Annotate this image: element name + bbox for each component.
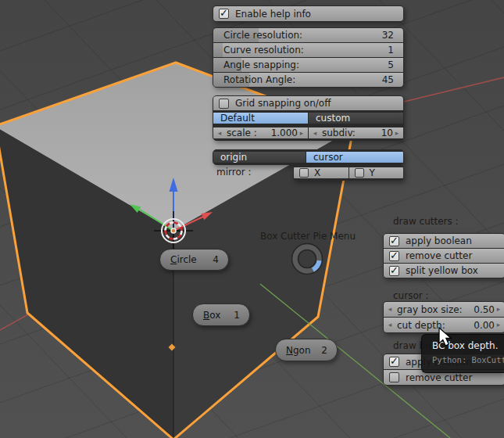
decrement-arrow-icon[interactable] — [386, 321, 394, 328]
grid-snapping-checkbox[interactable] — [219, 99, 229, 109]
curve-resolution-slider[interactable]: Curve resolution: 1 — [213, 43, 403, 57]
pie-menu-title: Box Cutter Pie Menu — [253, 231, 363, 242]
field-value: 1.000 — [271, 127, 298, 138]
pie-button-count: 2 — [321, 345, 327, 356]
tab-default[interactable]: Default — [213, 113, 308, 124]
draw-cutters-panel: apply boolean remove cutter split yellow… — [383, 233, 504, 278]
rotation-angle-slider[interactable]: Rotation Angle: 45 — [213, 73, 403, 87]
subdiv-field[interactable]: subdiv: 10 — [309, 127, 403, 138]
axis-label: X — [314, 167, 320, 178]
field-label: scale : — [227, 127, 257, 138]
mirror-y-checkbox[interactable] — [355, 168, 364, 178]
slider-value: 1 — [388, 45, 394, 56]
origin-toggle[interactable]: origin — [213, 152, 306, 163]
apply-boolean-checkbox[interactable] — [389, 236, 399, 246]
gray-box-size-field[interactable]: gray box size: 0.50 — [384, 302, 504, 317]
enable-help-info-toggle[interactable]: Enable help info — [213, 6, 403, 21]
option-label: remove cutter — [406, 250, 472, 261]
increment-arrow-icon[interactable] — [495, 321, 502, 328]
pie-button-count: 4 — [213, 254, 219, 265]
slider-value: 5 — [388, 59, 394, 70]
mouse-cursor-icon — [438, 327, 454, 349]
preset-tabs: Default custom — [213, 111, 403, 125]
field-value: 0.50 — [474, 304, 495, 315]
tooltip-python-line: Python: BoxCutte — [432, 355, 504, 364]
slider-value: 32 — [382, 30, 394, 41]
slider-value: 45 — [382, 74, 394, 85]
tab-custom[interactable]: custom — [309, 113, 403, 124]
pie-button-circle[interactable]: Circle 4 — [159, 249, 229, 271]
apply-boolean-checkbox-2[interactable] — [389, 357, 399, 367]
snapping-panel: Grid snapping on/off Default custom scal… — [213, 95, 404, 141]
toggle-label: cursor — [313, 152, 343, 163]
pie-button-label: Ngon — [286, 345, 321, 356]
grid-snapping-label: Grid snapping on/off — [235, 98, 331, 109]
slider-label: Curve resolution: — [223, 45, 304, 56]
option-label: remove cutter — [406, 372, 472, 383]
grid-snapping-toggle[interactable]: Grid snapping on/off — [213, 96, 403, 110]
cursor-heading: cursor : — [393, 290, 429, 301]
pie-button-count: 1 — [234, 310, 240, 321]
mirror-y-toggle[interactable]: Y — [349, 167, 404, 178]
slider-fill — [213, 43, 223, 57]
mirror-label: mirror : — [216, 167, 252, 178]
split-yellow-box-checkbox[interactable] — [389, 266, 399, 276]
increment-arrow-icon[interactable] — [495, 306, 502, 313]
mirror-x-toggle[interactable]: X — [294, 167, 349, 178]
origin-cursor-panel: origin cursor — [213, 149, 404, 165]
slider-label: Angle snapping: — [223, 59, 299, 70]
toggle-label: origin — [220, 152, 247, 163]
draw-cutters-heading: draw cutters : — [393, 216, 459, 227]
field-value: 0.00 — [474, 320, 495, 331]
split-yellow-box-toggle[interactable]: split yellow box — [384, 264, 504, 278]
slider-label: Rotation Angle: — [223, 74, 295, 85]
tab-label: custom — [316, 113, 350, 124]
decrement-arrow-icon[interactable] — [216, 130, 223, 137]
pie-button-label: Box — [203, 310, 234, 321]
tab-label: Default — [220, 113, 255, 124]
field-label: subdiv: — [322, 127, 356, 138]
enable-help-info-checkbox[interactable] — [219, 9, 229, 19]
option-label: apply boolean — [406, 235, 472, 246]
cursor-toggle[interactable]: cursor — [306, 152, 403, 163]
increment-arrow-icon[interactable] — [393, 130, 401, 137]
remove-cutter-checkbox-2[interactable] — [389, 372, 399, 382]
blender-3d-viewport[interactable]: Enable help info Circle resolution: 32 C… — [0, 0, 504, 438]
field-label: gray box size: — [397, 304, 463, 315]
apply-boolean-toggle[interactable]: apply boolean — [384, 234, 504, 248]
decrement-arrow-icon[interactable] — [386, 306, 394, 313]
field-value: 10 — [381, 127, 393, 138]
option-label: split yellow box — [406, 265, 478, 276]
enable-help-info-label: Enable help info — [235, 9, 311, 20]
mirror-x-checkbox[interactable] — [299, 168, 309, 178]
tooltip: BC box depth. Python: BoxCutte — [421, 334, 504, 373]
pie-button-label: Circle — [170, 254, 213, 265]
mirror-axis-panel: X Y — [293, 165, 404, 181]
snap-number-fields: scale : 1.000 subdiv: 10 — [213, 126, 403, 140]
slider-label: Circle resolution: — [223, 30, 302, 41]
circle-resolution-slider[interactable]: Circle resolution: 32 — [213, 28, 403, 42]
help-panel: Enable help info — [213, 5, 404, 22]
scale-field[interactable]: scale : 1.000 — [213, 127, 308, 138]
angle-snapping-slider[interactable]: Angle snapping: 5 — [213, 58, 403, 72]
pie-button-ngon[interactable]: Ngon 2 — [275, 339, 338, 361]
increment-arrow-icon[interactable] — [298, 130, 306, 137]
remove-cutter-checkbox[interactable] — [389, 251, 399, 261]
resolution-panel: Circle resolution: 32 Curve resolution: … — [213, 27, 404, 88]
remove-cutter-toggle[interactable]: remove cutter — [384, 249, 504, 263]
axis-label: Y — [370, 167, 375, 178]
decrement-arrow-icon[interactable] — [311, 130, 319, 137]
pie-button-box[interactable]: Box 1 — [192, 303, 250, 326]
